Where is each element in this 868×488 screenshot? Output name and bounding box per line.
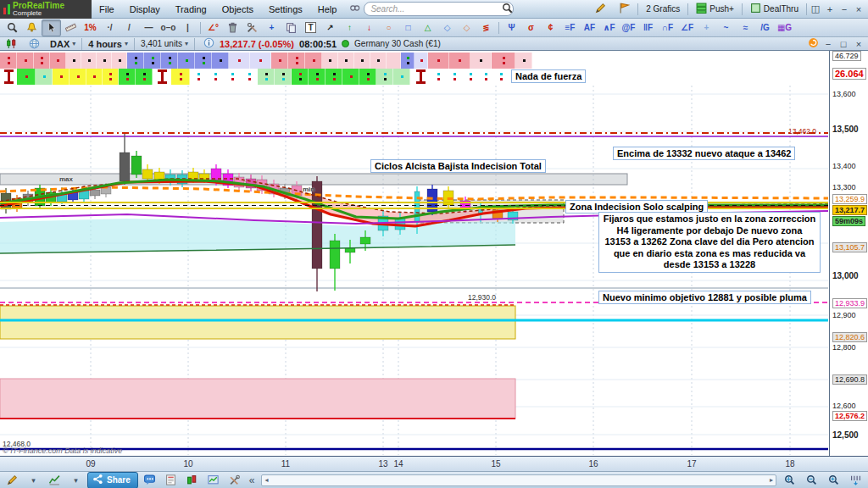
pin-icon[interactable]: + xyxy=(824,4,836,14)
positions-icon[interactable] xyxy=(182,472,202,488)
market-globe-icon[interactable] xyxy=(25,36,44,53)
horizontal-line-icon[interactable]: — xyxy=(139,19,159,36)
price-axis[interactable]: 46.72926.06413,60013,50013,40013,30013,2… xyxy=(829,51,868,456)
annotation-fijaros[interactable]: Fijaros que estamos justo en la zona zor… xyxy=(598,212,821,273)
vertical-line-icon[interactable]: | xyxy=(178,19,198,36)
display-mode-icon[interactable] xyxy=(45,472,64,488)
prt-refresh-icon[interactable] xyxy=(808,37,819,50)
zoom-in-icon[interactable] xyxy=(824,472,843,488)
triangle-icon[interactable]: △ xyxy=(418,19,437,36)
advanced-search-icon[interactable] xyxy=(349,2,360,17)
pitchfork-icon[interactable]: Ψ xyxy=(502,19,521,36)
price-axis-label: 12,690.8 xyxy=(832,374,867,385)
annotation-encima[interactable]: Encima de 13332 nuevo ataque a 13462 xyxy=(613,147,795,160)
point-segment-icon[interactable]: ·/ xyxy=(100,19,120,36)
menu-display[interactable]: Display xyxy=(122,4,168,14)
float-window-icon[interactable]: ◫ xyxy=(810,3,821,14)
zoom-icon[interactable] xyxy=(3,19,22,36)
draw-tools-icon[interactable] xyxy=(3,472,22,488)
collapse-icon[interactable]: « xyxy=(246,474,259,486)
snapshot-icon[interactable] xyxy=(203,472,223,488)
menu-trading[interactable]: Trading xyxy=(168,4,214,14)
menu-file[interactable]: File xyxy=(92,4,122,14)
down-arrow-icon[interactable]: ↓ xyxy=(359,19,379,36)
menu-objects[interactable]: Objects xyxy=(214,4,261,14)
cursor-icon[interactable] xyxy=(42,19,61,36)
cycle-cell xyxy=(359,69,376,85)
timeframe-select[interactable]: 4 hours▾ xyxy=(86,39,131,49)
alarm-icon[interactable] xyxy=(22,19,42,36)
scroll-left-icon[interactable]: ◂ xyxy=(262,476,270,484)
chart-close-icon[interactable]: × xyxy=(853,39,865,49)
time-axis[interactable]: 091011131415161718 xyxy=(0,456,868,471)
news-icon[interactable] xyxy=(161,472,181,488)
minimize-icon[interactable]: − xyxy=(838,4,850,14)
display-mode-dropdown[interactable]: ▾ xyxy=(66,472,86,488)
close-icon[interactable]: × xyxy=(853,4,865,14)
zoom-out-icon[interactable] xyxy=(802,472,821,488)
text-icon[interactable]: T xyxy=(301,19,320,36)
chat-icon[interactable] xyxy=(140,472,159,488)
fib-fan-icon[interactable]: ∧F xyxy=(599,19,619,36)
fib-arc-icon[interactable]: ∩F xyxy=(658,19,677,36)
chart-type-icon[interactable] xyxy=(2,36,21,53)
draw-tools-dropdown[interactable]: ▾ xyxy=(24,472,43,488)
scroll-right-icon[interactable]: ▸ xyxy=(767,476,776,484)
divergence-icon[interactable]: ≶ xyxy=(476,19,496,36)
up-arrow-icon[interactable]: ↑ xyxy=(340,19,359,36)
std-dev-channel-icon[interactable]: σ xyxy=(521,19,541,36)
angle-icon[interactable]: ∠° xyxy=(203,19,223,36)
push-button[interactable]: Push+ xyxy=(691,1,739,17)
price-axis-label: 12,933.9 xyxy=(832,298,867,308)
move-icon[interactable]: + xyxy=(262,19,281,36)
zoom-range-icon[interactable] xyxy=(780,472,799,488)
cross-icon[interactable]: + xyxy=(697,19,716,36)
gann-angle-icon[interactable]: ∠F xyxy=(677,19,697,36)
strategy-icon[interactable] xyxy=(225,472,244,488)
duplicate-icon[interactable] xyxy=(281,19,301,36)
rotated-rect-icon[interactable]: ◇ xyxy=(437,19,457,36)
horizontal-scrollbar[interactable]: ◂ ▸ xyxy=(261,474,776,486)
trendline-icon[interactable]: / xyxy=(120,19,139,36)
grafics-button[interactable]: 2 Grafics xyxy=(641,3,685,15)
push-stack-icon xyxy=(696,3,707,15)
info-icon[interactable] xyxy=(203,37,214,50)
chart-area[interactable]: Nada de fuerza Ciclos Alcista Bajista In… xyxy=(0,51,868,456)
delete-icon[interactable] xyxy=(223,19,242,36)
ruler-icon[interactable] xyxy=(61,19,81,36)
price-axis-label: 59m09s xyxy=(832,216,865,226)
annotation-ciclos[interactable]: Ciclos Alcista Bajista Indecision Total xyxy=(370,159,546,173)
price-label-icon[interactable]: 1% xyxy=(81,19,100,36)
flag-icon[interactable] xyxy=(614,1,635,17)
annotation-nuevo-minimo[interactable]: Nuevo minimo objetivo 12881 y posible pl… xyxy=(598,291,811,304)
dealthru-button[interactable]: DealThru xyxy=(745,1,804,17)
chart-minimize-icon[interactable]: − xyxy=(822,39,834,49)
annotation-nada-de-fuerza[interactable]: Nada de fuerza xyxy=(511,69,586,83)
share-button[interactable]: Share xyxy=(87,472,138,488)
cycle-cell xyxy=(207,69,224,85)
fib-retracement-icon[interactable]: ≡F xyxy=(560,19,580,36)
freehand-icon[interactable]: ≈ xyxy=(736,19,755,36)
rectangle-icon[interactable]: □ xyxy=(398,19,418,36)
gann-fan-icon[interactable]: /G xyxy=(755,19,775,36)
cycle-cell xyxy=(53,69,70,85)
properties-icon[interactable] xyxy=(242,19,262,36)
wave-icon[interactable]: ~ xyxy=(716,19,736,36)
symbol-select[interactable]: DAX▾ xyxy=(47,39,78,49)
raff-channel-icon[interactable]: ¢ xyxy=(541,19,560,36)
chart-maximize-icon[interactable]: □ xyxy=(837,39,849,49)
menu-settings[interactable]: Settings xyxy=(261,4,310,14)
fib-expansion-icon[interactable]: AF xyxy=(580,19,599,36)
chart-draw-shortcut-icon[interactable] xyxy=(590,1,611,17)
grid-icon[interactable]: ▦G xyxy=(775,19,794,36)
units-select[interactable]: 3,401 units▾ xyxy=(138,39,191,48)
arrow-icon[interactable]: ↗ xyxy=(320,19,340,36)
search-input[interactable] xyxy=(364,2,514,16)
bar-spacing-icon[interactable] xyxy=(846,472,865,488)
fib-timezone-icon[interactable]: ‖F xyxy=(638,19,658,36)
segment-icon[interactable]: o–o xyxy=(159,19,178,36)
menu-help[interactable]: Help xyxy=(310,4,345,14)
fib-spiral-icon[interactable]: @F xyxy=(619,19,638,36)
rotated-rect2-icon[interactable]: ◇ xyxy=(457,19,476,36)
ellipse-icon[interactable]: ○ xyxy=(379,19,398,36)
